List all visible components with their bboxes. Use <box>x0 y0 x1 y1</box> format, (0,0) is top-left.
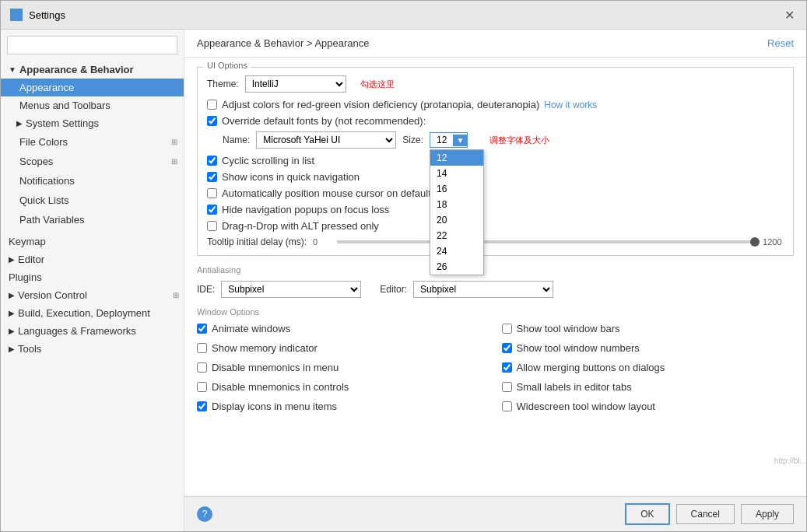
antialiasing-title: Antialiasing <box>197 265 794 275</box>
checkbox-mouse-cursor[interactable] <box>207 188 217 198</box>
sidebar-item-label: Appearance <box>19 82 74 93</box>
tooltip-max: 1200 <box>763 237 784 247</box>
content-area: Appearance & Behavior > Appearance Reset… <box>184 30 806 531</box>
font-size-option-26[interactable]: 26 <box>430 259 483 275</box>
checkbox-cyclic-row: Cyclic scrolling in list <box>207 155 784 166</box>
sidebar-item-keymap[interactable]: Keymap <box>1 233 184 250</box>
window-opt-disable-menu-mnemonics: Disable mnemonics in menu <box>197 362 489 373</box>
theme-row: Theme: IntelliJ 勾选这里 <box>207 75 784 93</box>
small-labels-label: Small labels in editor tabs <box>517 381 632 393</box>
checkbox-small-labels[interactable] <box>502 382 512 392</box>
sidebar-item-label: Version Control <box>18 289 87 301</box>
editor-antialiasing-label: Editor: <box>380 284 407 295</box>
sidebar-group-label: System Settings <box>26 117 99 129</box>
font-size-option-24[interactable]: 24 <box>430 243 483 259</box>
expand-arrow-icon: ▼ <box>9 65 16 74</box>
tooltip-row: Tooltip initial delay (ms): 0 1200 <box>207 236 784 247</box>
close-button[interactable]: ✕ <box>781 7 797 23</box>
settings-dialog: Settings ✕ ▼ Appearance & Behavior Appea… <box>0 0 807 532</box>
font-size-dropdown-arrow[interactable]: ▼ <box>453 135 467 146</box>
tooltip-slider-container: 0 1200 <box>313 237 784 247</box>
checkbox-override-fonts[interactable] <box>207 116 217 126</box>
theme-label: Theme: <box>207 79 239 89</box>
sidebar-item-label: File Colors <box>19 136 68 148</box>
checkbox-hide-nav-row: Hide navigation popups on focus loss <box>207 204 784 215</box>
checkbox-merge-buttons[interactable] <box>502 362 512 373</box>
checkbox-cyclic[interactable] <box>207 156 217 166</box>
help-button[interactable]: ? <box>197 506 212 522</box>
sidebar-item-notifications[interactable]: Notifications <box>1 171 184 191</box>
checkbox-show-tool-bars[interactable] <box>502 324 512 334</box>
font-size-label: Size: <box>402 135 423 145</box>
sidebar-item-appearance[interactable]: Appearance <box>1 79 184 96</box>
sidebar-item-menus-toolbars[interactable]: Menus and Toolbars <box>1 96 184 114</box>
sidebar-item-build-exec-deploy[interactable]: ▶ Build, Execution, Deployment <box>1 304 184 322</box>
sidebar-item-editor[interactable]: ▶ Editor <box>1 250 184 268</box>
expand-arrow-icon: ▶ <box>9 327 15 335</box>
ide-antialiasing-select[interactable]: Subpixel <box>221 281 361 298</box>
checkbox-icons-menu[interactable] <box>197 401 207 411</box>
font-name-select[interactable]: Microsoft YaHei UI <box>256 131 396 149</box>
font-size-option-22[interactable]: 22 <box>430 228 483 243</box>
checkbox-show-memory[interactable] <box>197 343 207 353</box>
checkbox-widescreen[interactable] <box>502 401 512 411</box>
sidebar-item-label: Path Variables <box>19 214 85 226</box>
sidebar-item-version-control[interactable]: ▶ Version Control ⊞ <box>1 286 184 304</box>
apply-button[interactable]: Apply <box>741 504 794 524</box>
window-options-section: Window Options Animate windows Show tool… <box>197 307 794 417</box>
sidebar-item-path-variables[interactable]: Path Variables <box>1 210 184 229</box>
ide-antialiasing-label: IDE: <box>197 284 215 295</box>
sidebar-item-file-colors[interactable]: File Colors ⊞ <box>1 132 184 152</box>
sidebar-item-quick-lists[interactable]: Quick Lists <box>1 191 184 210</box>
window-opt-disable-ctrl-mnemonics: Disable mnemonics in controls <box>197 381 489 393</box>
checkbox-icons-quick-row: Show icons in quick navigation <box>207 171 784 183</box>
checkbox-animate-windows[interactable] <box>197 324 207 334</box>
editor-antialiasing-select[interactable]: Subpixel <box>413 281 553 298</box>
checkbox-disable-menu-mnemonics[interactable] <box>197 362 207 373</box>
main-content: ▼ Appearance & Behavior Appearance Menus… <box>1 30 806 531</box>
font-size-option-16[interactable]: 16 <box>430 181 483 197</box>
sidebar-item-scopes[interactable]: Scopes ⊞ <box>1 152 184 171</box>
checkbox-override-fonts-row: Override default fonts by (not recommend… <box>207 115 784 127</box>
animate-windows-label: Animate windows <box>212 323 290 334</box>
expand-arrow-icon: ▶ <box>9 309 15 317</box>
sidebar-item-languages-frameworks[interactable]: ▶ Languages & Frameworks <box>1 322 184 340</box>
checkbox-disable-ctrl-mnemonics[interactable] <box>197 382 207 392</box>
checkbox-dnd-alt-row: Drag-n-Drop with ALT pressed only <box>207 220 784 232</box>
theme-select[interactable]: IntelliJ <box>245 75 346 93</box>
checkbox-icons-quick[interactable] <box>207 172 217 182</box>
reset-link[interactable]: Reset <box>767 37 794 49</box>
checkbox-redgreen[interactable] <box>207 100 217 110</box>
search-input[interactable] <box>7 36 177 54</box>
font-size-dropdown: 12 14 16 18 20 22 24 26 <box>430 149 484 275</box>
icons-menu-label: Display icons in menu items <box>212 401 337 412</box>
sidebar-item-label: Build, Execution, Deployment <box>18 307 150 319</box>
window-opt-show-numbers: Show tool window numbers <box>502 342 795 354</box>
font-size-value: 12 <box>430 133 453 147</box>
tooltip-slider[interactable] <box>337 240 760 243</box>
how-it-works-link[interactable]: How it works <box>544 100 597 110</box>
window-opt-small-labels: Small labels in editor tabs <box>502 381 795 393</box>
font-size-option-20[interactable]: 20 <box>430 212 483 228</box>
font-size-display[interactable]: 12 ▼ <box>430 132 468 148</box>
checkbox-dnd-alt[interactable] <box>207 221 217 231</box>
font-size-option-12[interactable]: 12 <box>430 150 483 166</box>
sidebar-item-system-settings[interactable]: ▶ System Settings <box>1 114 184 132</box>
font-size-option-14[interactable]: 14 <box>430 166 483 181</box>
sidebar-item-plugins[interactable]: Plugins <box>1 268 184 286</box>
checkbox-hide-nav[interactable] <box>207 205 217 215</box>
checkbox-hide-nav-label: Hide navigation popups on focus loss <box>222 204 389 215</box>
window-opt-icons-menu: Display icons in menu items <box>197 401 489 412</box>
sidebar: ▼ Appearance & Behavior Appearance Menus… <box>1 30 184 531</box>
footer-left: ? <box>197 506 619 522</box>
sidebar-item-appearance-behavior[interactable]: ▼ Appearance & Behavior <box>1 61 184 79</box>
checkbox-show-numbers[interactable] <box>502 343 512 353</box>
font-size-option-18[interactable]: 18 <box>430 197 483 212</box>
font-size-container: 12 ▼ 12 14 16 18 20 22 24 <box>430 132 468 148</box>
cancel-button[interactable]: Cancel <box>676 504 735 524</box>
antialiasing-section: Antialiasing IDE: Subpixel Editor: Subpi… <box>197 265 794 298</box>
sidebar-item-tools[interactable]: ▶ Tools <box>1 340 184 358</box>
expand-arrow-icon: ▶ <box>9 345 15 353</box>
annotation-adjust-font: 调整字体及大小 <box>489 135 549 146</box>
ok-button[interactable]: OK <box>625 503 669 525</box>
